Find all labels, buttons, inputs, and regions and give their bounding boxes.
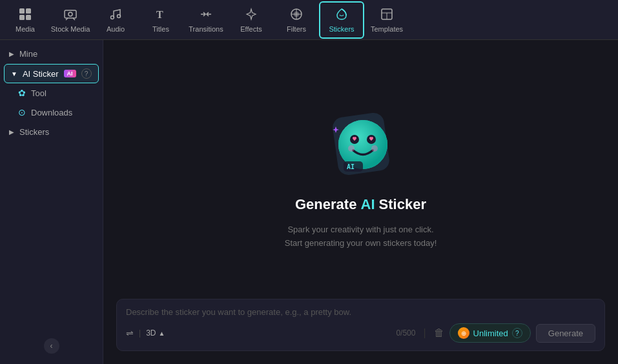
nav-item-effects[interactable]: Effects (229, 1, 274, 39)
svg-rect-2 (19, 15, 25, 20)
ai-sticker-arrow-icon: ▼ (11, 70, 17, 77)
generate-button[interactable]: Generate (536, 324, 595, 343)
svg-point-5 (68, 12, 72, 16)
audio-icon (108, 7, 123, 23)
nav-label-media: Media (15, 25, 35, 33)
sidebar-item-mine[interactable]: ▶ Mine (0, 44, 103, 64)
ai-sticker-help-icon[interactable]: ? (81, 68, 92, 79)
nav-label-filters: Filters (287, 25, 306, 33)
svg-rect-0 (19, 8, 25, 14)
input-placeholder-text: Describe the sticker you want to generat… (126, 307, 595, 317)
option-separator: | (139, 329, 141, 338)
svg-rect-1 (26, 8, 31, 14)
sidebar-collapse-button[interactable]: ‹ (44, 338, 59, 354)
stock-media-icon (63, 7, 77, 23)
nav-item-transitions[interactable]: Transitions (183, 1, 229, 39)
ai-badge: AI (64, 70, 76, 77)
nav-label-stock-media: Stock Media (51, 25, 90, 33)
sidebar-downloads-label: Downloads (31, 108, 72, 117)
sidebar-stickers-label: Stickers (19, 127, 49, 137)
input-right-controls: 0/500 | 🗑 ⊕ Unlimited ? Generate (396, 323, 595, 343)
top-navigation: Media Stock Media Audio T T (0, 0, 618, 40)
titles-icon: T (154, 7, 168, 23)
nav-label-audio: Audio (107, 25, 125, 33)
downloads-icon: ⊙ (18, 107, 26, 117)
content-area: AI Generate AI Sticker Spark your creati… (103, 40, 618, 364)
nav-item-filters[interactable]: Filters (274, 1, 319, 39)
input-bottom-row: ⇌ | 3D ▲ 0/500 | 🗑 ⊕ Unlimited ? (126, 323, 595, 343)
tool-icon: ✿ (18, 88, 26, 98)
hero-section: AI Generate AI Sticker Spark your creati… (285, 53, 437, 299)
hero-title: Generate AI Sticker (295, 196, 426, 213)
hero-title-suffix: Sticker (375, 196, 427, 212)
unlimited-label: Unlimited (473, 329, 508, 338)
style-label: 3D (146, 329, 156, 338)
media-icon (18, 7, 32, 23)
char-separator: | (423, 327, 426, 339)
main-content: ▶ Mine ▼ AI Sticker AI ? ✿ Tool ⊙ Downlo… (0, 40, 618, 364)
nav-label-effects: Effects (240, 25, 262, 33)
nav-label-templates: Templates (371, 25, 403, 33)
svg-text:T: T (156, 9, 163, 20)
ai-sticker-illustration: AI (319, 102, 403, 186)
templates-icon (380, 7, 394, 23)
transitions-icon (199, 7, 213, 23)
nav-item-templates[interactable]: Templates (364, 1, 409, 39)
sidebar-mine-label: Mine (19, 49, 37, 59)
sidebar-item-stickers[interactable]: ▶ Stickers (0, 122, 103, 142)
effects-icon (244, 7, 258, 23)
svg-point-7 (118, 14, 121, 17)
hero-title-ai: AI (361, 196, 375, 212)
shuffle-icon: ⇌ (126, 328, 134, 338)
svg-point-21 (371, 145, 378, 152)
stickers-arrow-icon: ▶ (9, 128, 14, 136)
hero-title-prefix: Generate (295, 196, 361, 212)
sidebar: ▶ Mine ▼ AI Sticker AI ? ✿ Tool ⊙ Downlo… (0, 40, 103, 364)
sidebar-item-tool[interactable]: ✿ Tool (0, 83, 103, 103)
input-area: Describe the sticker you want to generat… (116, 299, 605, 351)
hero-subtitle-line2: Start generating your own stickers today… (285, 238, 437, 248)
filters-icon (289, 7, 304, 23)
style-button[interactable]: 3D ▲ (146, 329, 165, 338)
sidebar-item-downloads[interactable]: ⊙ Downloads (0, 103, 103, 122)
unlimited-help-icon[interactable]: ? (512, 328, 522, 338)
nav-label-stickers: Stickers (329, 25, 354, 33)
sidebar-ai-sticker-label: AI Sticker (23, 69, 59, 79)
svg-rect-4 (65, 10, 76, 18)
trash-icon[interactable]: 🗑 (434, 327, 444, 339)
svg-point-6 (111, 15, 114, 19)
svg-point-20 (348, 145, 355, 152)
hero-subtitle: Spark your creativity with just one clic… (285, 223, 437, 250)
collapse-icon: ‹ (50, 341, 53, 350)
nav-item-media[interactable]: Media (3, 1, 48, 39)
style-chevron-icon: ▲ (158, 330, 165, 337)
stickers-icon (335, 7, 349, 23)
sidebar-tool-label: Tool (31, 88, 46, 98)
char-count: 0/500 (396, 329, 415, 338)
svg-rect-3 (26, 15, 31, 20)
sidebar-item-ai-sticker[interactable]: ▼ AI Sticker AI ? (4, 64, 99, 83)
nav-item-audio[interactable]: Audio (93, 1, 138, 39)
mine-arrow-icon: ▶ (9, 50, 14, 57)
nav-item-stock-media[interactable]: Stock Media (48, 1, 93, 39)
unlimited-button[interactable]: ⊕ Unlimited ? (449, 323, 531, 343)
unlimited-icon: ⊕ (458, 327, 469, 339)
input-options: ⇌ | 3D ▲ (126, 328, 165, 338)
svg-text:AI: AI (347, 163, 355, 170)
nav-label-titles: Titles (152, 25, 169, 33)
hero-subtitle-line1: Spark your creativity with just one clic… (287, 225, 433, 234)
nav-item-titles[interactable]: T Titles (138, 1, 183, 39)
nav-item-stickers[interactable]: Stickers (319, 1, 364, 39)
nav-label-transitions: Transitions (189, 25, 223, 33)
